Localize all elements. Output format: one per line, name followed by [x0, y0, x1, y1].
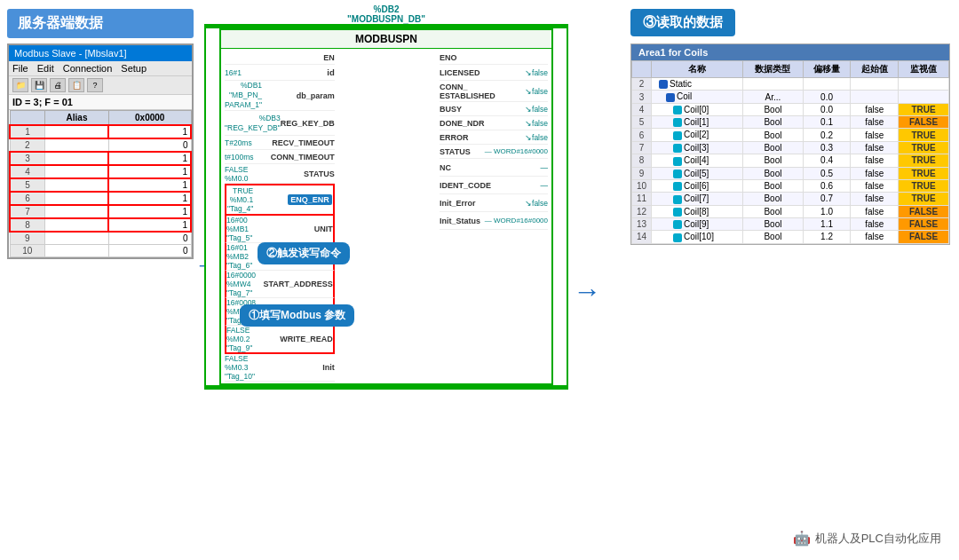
cell-dtype: Ar...: [743, 91, 804, 103]
cell-init: false: [851, 217, 899, 230]
modbus-row: 6 1: [10, 192, 191, 205]
pin-status-in: FALSE%M0.0 STATUS: [225, 164, 335, 184]
cell-dtype: Bool: [743, 167, 804, 179]
toolbar-btn-4[interactable]: 📋: [68, 78, 84, 92]
pin-conn-timeout: t#100ms CONN_TIMEOUT: [225, 150, 335, 164]
toolbar-btn-5[interactable]: ?: [87, 78, 103, 92]
table-row: 12 Coil[8] Bool 1.0 false FALSE: [632, 205, 949, 217]
modbus-titlebar: Modbus Slave - [Mbslav1]: [9, 45, 192, 61]
cell-init: [851, 91, 899, 103]
cell-alias: [45, 165, 109, 178]
cell-dtype: Bool: [743, 154, 804, 167]
cell-row-num: 1: [10, 125, 45, 138]
th-num: [632, 61, 652, 78]
cell-num: 13: [632, 217, 652, 230]
cell-init: false: [851, 205, 899, 217]
modbus-row: 7 1: [10, 205, 191, 218]
cell-init: false: [851, 179, 899, 192]
pin-recv: T#20ms RECV_TIMEOUT: [225, 136, 335, 150]
cell-row-num: 9: [10, 232, 45, 245]
toolbar-btn-3[interactable]: 🖨: [50, 78, 66, 92]
cell-dtype: Bool: [743, 129, 804, 141]
cell-alias: [45, 245, 109, 257]
cell-offset: 1.2: [803, 231, 851, 243]
col-header-addr: 0x0000: [108, 111, 191, 126]
pin-eno: ENO: [440, 51, 548, 65]
cell-monitor: TRUE: [899, 141, 949, 154]
pin-reg-key: %DB3"REG_KEY_DB" REG_KEY_DB: [225, 111, 335, 136]
cell-dtype: Bool: [743, 141, 804, 154]
pin-start-addr: 16#0000%MW4"Tag_7" START_ADDRESS: [225, 271, 335, 298]
table-row: 8 Coil[4] Bool 0.4 false TRUE: [632, 154, 949, 167]
table-row: 3 Coil Ar... 0.0: [632, 91, 949, 103]
menu-file[interactable]: File: [12, 63, 28, 74]
cell-row-num: 3: [10, 152, 45, 165]
cell-value: 1: [108, 152, 191, 165]
toolbar-btn-1[interactable]: 📁: [12, 78, 28, 92]
table-row: 10 Coil[6] Bool 0.6 false TRUE: [632, 179, 949, 192]
modbus-row: 3 1: [10, 152, 191, 165]
table-row: 7 Coil[3] Bool 0.3 false TRUE: [632, 141, 949, 154]
cell-monitor: FALSE: [899, 116, 949, 129]
cell-dtype: Bool: [743, 231, 804, 243]
modbus-row: 2 0: [10, 138, 191, 152]
read-title: ③读取的数据: [630, 9, 735, 36]
cell-value: 0: [108, 232, 191, 245]
cell-offset: [803, 78, 851, 91]
ladder-diagram: MODBUSPN EN 16#1 id: [204, 24, 568, 390]
left-panel: 服务器端数据 Modbus Slave - [Mbslav1] File Edi…: [7, 9, 194, 259]
annotation-1: ①填写Modbus 参数: [240, 304, 354, 327]
cell-init: false: [851, 231, 899, 243]
cell-num: 2: [632, 78, 652, 91]
fb-name: MODBUSPN: [221, 30, 551, 49]
pin-id: 16#1 id: [225, 65, 335, 81]
cell-monitor: TRUE: [899, 167, 949, 179]
cell-value: 1: [108, 218, 191, 232]
cell-alias: [45, 152, 109, 165]
cell-init: [851, 78, 899, 91]
cell-name: Coil[0]: [652, 103, 743, 115]
table-row: 5 Coil[1] Bool 0.1 false FALSE: [632, 116, 949, 129]
th-monitor: 监视值: [899, 61, 949, 78]
pin-db-param: %DB1 "MB_PN_ PARAM_1" db_param: [225, 81, 335, 111]
cell-name: Coil[4]: [652, 154, 743, 167]
menu-connection[interactable]: Connection: [63, 63, 113, 74]
center-panel: %DB2 "MODBUSPN_DB" MODBUSPN EN: [204, 4, 568, 390]
menu-edit[interactable]: Edit: [37, 63, 54, 74]
pin-enq-enr: TRUE%M0.1"Tag_4" ENQ_ENR: [225, 184, 335, 216]
cell-num: 9: [632, 167, 652, 179]
cell-init: false: [851, 167, 899, 179]
cell-monitor: TRUE: [899, 129, 949, 141]
cell-alias: [45, 192, 109, 205]
cell-dtype: Bool: [743, 103, 804, 115]
toolbar-btn-2[interactable]: 💾: [31, 78, 47, 92]
menu-setup[interactable]: Setup: [121, 63, 147, 74]
cell-value: 0: [108, 138, 191, 152]
modbus-row: 1 1: [10, 125, 191, 138]
icon-blue: [659, 80, 668, 89]
pin-done-ndr: DONE_NDR ↘false: [440, 116, 548, 130]
cell-name: Coil[9]: [652, 217, 743, 230]
robot-icon: 🤖: [793, 530, 811, 547]
cell-offset: 0.2: [803, 129, 851, 141]
cell-num: 12: [632, 205, 652, 217]
cell-alias: [45, 218, 109, 232]
table-row: 13 Coil[9] Bool 1.1 false FALSE: [632, 217, 949, 230]
pin-init-error: Init_Error ↘false: [440, 194, 548, 212]
cell-monitor: [899, 78, 949, 91]
icon-cyan: [673, 195, 682, 204]
cell-row-num: 8: [10, 218, 45, 232]
branding: 🤖 机器人及PLC自动化应用: [793, 530, 941, 547]
table-row: 9 Coil[5] Bool 0.5 false TRUE: [632, 167, 949, 179]
cell-num: 10: [632, 179, 652, 192]
cell-monitor: [899, 91, 949, 103]
pin-licensed: LICENSED ↘false: [440, 65, 548, 81]
cell-offset: 0.5: [803, 167, 851, 179]
icon-cyan: [673, 182, 682, 191]
cell-offset: 0.0: [803, 91, 851, 103]
icon-cyan: [673, 208, 682, 217]
cell-value: 1: [108, 192, 191, 205]
right-pins: ENO LICENSED ↘false CONN_ESTABLISHED ↘fa…: [436, 49, 551, 383]
icon-cyan: [673, 157, 682, 166]
pin-init: FALSE%M0.3"Tag_10" Init: [225, 354, 335, 382]
